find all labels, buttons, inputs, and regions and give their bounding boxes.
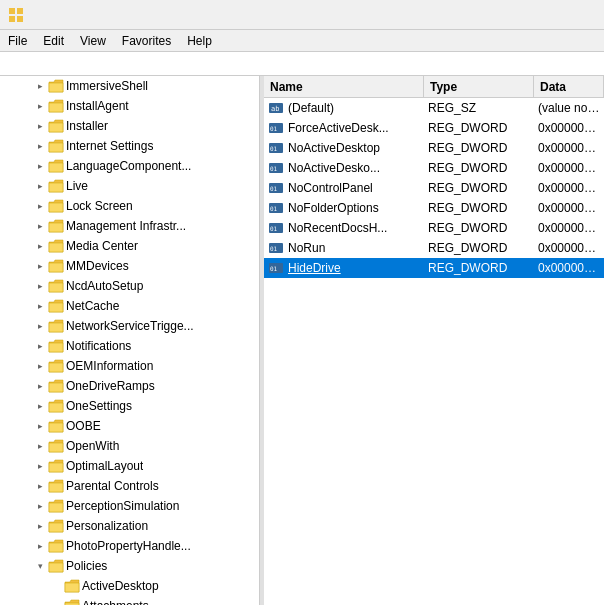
tree-arrow-oobe[interactable]: ▸ [32, 416, 48, 436]
tree-arrow-attachments[interactable] [48, 596, 64, 605]
tree-arrow-mediacenter[interactable]: ▸ [32, 236, 48, 256]
svg-text:01: 01 [270, 265, 278, 272]
tree-arrow-networkservicetrigge[interactable]: ▸ [32, 316, 48, 336]
tree-panel: ▸ ImmersiveShell▸ InstallAgent▸ Installe… [0, 76, 260, 605]
tree-label-policies: Policies [66, 559, 107, 573]
value-row-forceactivedesk[interactable]: 01 ForceActiveDesk...REG_DWORD0x00000000… [264, 118, 604, 138]
tree-arrow-parentalcontrols[interactable]: ▸ [32, 476, 48, 496]
value-row-default[interactable]: ab (Default)REG_SZ(value not set) [264, 98, 604, 118]
tree-arrow-live[interactable]: ▸ [32, 176, 48, 196]
menu-bar: File Edit View Favorites Help [0, 30, 604, 52]
value-name-noactivedesk2: 01 NoActiveDesko... [264, 160, 424, 176]
value-row-norecentdocsh[interactable]: 01 NoRecentDocsH...REG_DWORD0x00000000 (… [264, 218, 604, 238]
tree-arrow-languagecomponent[interactable]: ▸ [32, 156, 48, 176]
value-type-hidedrive: REG_DWORD [424, 261, 534, 275]
values-panel: Name Type Data ab (Default)REG_SZ(value … [264, 76, 604, 605]
tree-label-live: Live [66, 179, 88, 193]
tree-item-internetsettings[interactable]: ▸ Internet Settings [0, 136, 259, 156]
tree-item-managementinfrastr[interactable]: ▸ Management Infrastr... [0, 216, 259, 236]
value-name-text-noactivedesktop: NoActiveDesktop [288, 141, 380, 155]
tree-item-installer[interactable]: ▸ Installer [0, 116, 259, 136]
tree-scroll[interactable]: ▸ ImmersiveShell▸ InstallAgent▸ Installe… [0, 76, 259, 605]
value-data-norun: 0x00000000 (0) [534, 241, 604, 255]
col-header-name[interactable]: Name [264, 76, 424, 97]
tree-arrow-onedriveramps[interactable]: ▸ [32, 376, 48, 396]
tree-item-policies[interactable]: ▾ Policies [0, 556, 259, 576]
svg-text:01: 01 [270, 165, 278, 172]
svg-text:01: 01 [270, 125, 278, 132]
tree-item-onesettings[interactable]: ▸ OneSettings [0, 396, 259, 416]
tree-item-optimallayout[interactable]: ▸ OptimalLayout [0, 456, 259, 476]
tree-item-activedesktop[interactable]: ActiveDesktop [0, 576, 259, 596]
tree-item-attachments[interactable]: Attachments [0, 596, 259, 605]
tree-arrow-ncdautosetup[interactable]: ▸ [32, 276, 48, 296]
tree-item-installagent[interactable]: ▸ InstallAgent [0, 96, 259, 116]
value-row-hidedrive[interactable]: 01 HideDriveREG_DWORD0x00000000 (0) [264, 258, 604, 278]
tree-arrow-oeminformation[interactable]: ▸ [32, 356, 48, 376]
col-header-type[interactable]: Type [424, 76, 534, 97]
tree-arrow-installer[interactable]: ▸ [32, 116, 48, 136]
tree-item-oobe[interactable]: ▸ OOBE [0, 416, 259, 436]
tree-item-netcache[interactable]: ▸ NetCache [0, 296, 259, 316]
tree-item-parentalcontrols[interactable]: ▸ Parental Controls [0, 476, 259, 496]
tree-item-lockscreen[interactable]: ▸ Lock Screen [0, 196, 259, 216]
menu-view[interactable]: View [72, 32, 114, 50]
value-row-noactivedesk2[interactable]: 01 NoActiveDesko...REG_DWORD0x00000001 (… [264, 158, 604, 178]
tree-arrow-netcache[interactable]: ▸ [32, 296, 48, 316]
tree-arrow-installagent[interactable]: ▸ [32, 96, 48, 116]
value-row-norun[interactable]: 01 NoRunREG_DWORD0x00000000 (0) [264, 238, 604, 258]
value-name-hidedrive: 01 HideDrive [264, 260, 424, 276]
tree-arrow-mmdevices[interactable]: ▸ [32, 256, 48, 276]
tree-arrow-perceptionsimulation[interactable]: ▸ [32, 496, 48, 516]
tree-item-mediacenter[interactable]: ▸ Media Center [0, 236, 259, 256]
folder-icon-installer [48, 118, 64, 134]
folder-icon-mmdevices [48, 258, 64, 274]
tree-item-personalization[interactable]: ▸ Personalization [0, 516, 259, 536]
tree-item-openwith[interactable]: ▸ OpenWith [0, 436, 259, 456]
close-button[interactable] [550, 0, 596, 30]
menu-favorites[interactable]: Favorites [114, 32, 179, 50]
tree-item-photopropertyhandle[interactable]: ▸ PhotoPropertyHandle... [0, 536, 259, 556]
tree-arrow-notifications[interactable]: ▸ [32, 336, 48, 356]
value-row-nofolderoptions[interactable]: 01 NoFolderOptionsREG_DWORD0x00000000 (0… [264, 198, 604, 218]
tree-item-onedriveramps[interactable]: ▸ OneDriveRamps [0, 376, 259, 396]
tree-arrow-policies[interactable]: ▾ [32, 556, 48, 576]
tree-arrow-openwith[interactable]: ▸ [32, 436, 48, 456]
value-row-nocontrolpanel[interactable]: 01 NoControlPanelREG_DWORD0x00000000 (0) [264, 178, 604, 198]
tree-arrow-managementinfrastr[interactable]: ▸ [32, 216, 48, 236]
tree-item-immersiveshell[interactable]: ▸ ImmersiveShell [0, 76, 259, 96]
tree-arrow-personalization[interactable]: ▸ [32, 516, 48, 536]
menu-file[interactable]: File [0, 32, 35, 50]
tree-arrow-onesettings[interactable]: ▸ [32, 396, 48, 416]
maximize-button[interactable] [504, 0, 550, 30]
menu-edit[interactable]: Edit [35, 32, 72, 50]
value-type-forceactivedesk: REG_DWORD [424, 121, 534, 135]
reg-icon-forceactivedesk: 01 [268, 120, 284, 136]
tree-item-networkservicetrigge[interactable]: ▸ NetworkServiceTrigge... [0, 316, 259, 336]
col-header-data[interactable]: Data [534, 76, 604, 97]
folder-icon-internetsettings [48, 138, 64, 154]
value-row-noactivedesktop[interactable]: 01 NoActiveDesktopREG_DWORD0x00000001 (1… [264, 138, 604, 158]
tree-item-live[interactable]: ▸ Live [0, 176, 259, 196]
folder-icon-lockscreen [48, 198, 64, 214]
minimize-button[interactable] [458, 0, 504, 30]
tree-item-ncdautosetup[interactable]: ▸ NcdAutoSetup [0, 276, 259, 296]
tree-label-installer: Installer [66, 119, 108, 133]
tree-item-notifications[interactable]: ▸ Notifications [0, 336, 259, 356]
tree-arrow-optimallayout[interactable]: ▸ [32, 456, 48, 476]
menu-help[interactable]: Help [179, 32, 220, 50]
tree-item-languagecomponent[interactable]: ▸ LanguageComponent... [0, 156, 259, 176]
tree-arrow-internetsettings[interactable]: ▸ [32, 136, 48, 156]
value-name-text-noactivedesk2: NoActiveDesko... [288, 161, 380, 175]
tree-label-installagent: InstallAgent [66, 99, 129, 113]
tree-arrow-lockscreen[interactable]: ▸ [32, 196, 48, 216]
tree-arrow-activedesktop[interactable] [48, 576, 64, 596]
tree-label-oeminformation: OEMInformation [66, 359, 153, 373]
tree-arrow-immersiveshell[interactable]: ▸ [32, 76, 48, 96]
tree-item-oeminformation[interactable]: ▸ OEMInformation [0, 356, 259, 376]
value-name-text-norun: NoRun [288, 241, 325, 255]
values-list: ab (Default)REG_SZ(value not set) 01 For… [264, 98, 604, 605]
tree-item-mmdevices[interactable]: ▸ MMDevices [0, 256, 259, 276]
tree-item-perceptionsimulation[interactable]: ▸ PerceptionSimulation [0, 496, 259, 516]
tree-arrow-photopropertyhandle[interactable]: ▸ [32, 536, 48, 556]
